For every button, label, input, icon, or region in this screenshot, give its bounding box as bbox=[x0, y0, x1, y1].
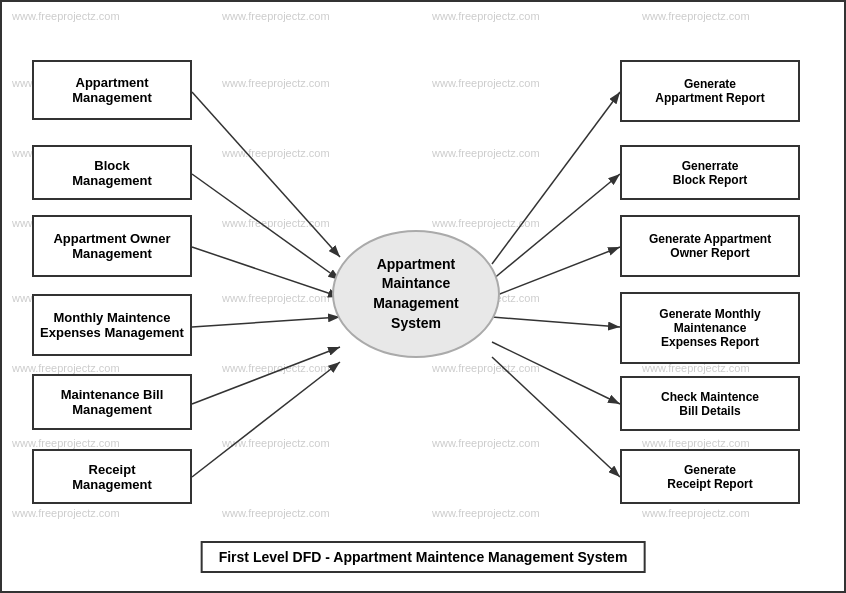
watermark: www.freeprojectz.com bbox=[432, 217, 540, 229]
box-generate-appartment-owner-report: Generate AppartmentOwner Report bbox=[620, 215, 800, 277]
box-maintenance-bill: Maintenance BillManagement bbox=[32, 374, 192, 430]
box-generrate-block-report: GenerrateBlock Report bbox=[620, 145, 800, 200]
svg-line-3 bbox=[192, 247, 340, 297]
watermark: www.freeprojectz.com bbox=[222, 437, 330, 449]
svg-line-8 bbox=[492, 174, 620, 280]
watermark: www.freeprojectz.com bbox=[222, 10, 330, 22]
watermark: www.freeprojectz.com bbox=[642, 507, 750, 519]
watermark: www.freeprojectz.com bbox=[12, 507, 120, 519]
center-ellipse: AppartmentMaintanceManagementSystem bbox=[332, 230, 500, 358]
watermark: www.freeprojectz.com bbox=[642, 437, 750, 449]
watermark: www.freeprojectz.com bbox=[432, 437, 540, 449]
box-receipt-management: ReceiptManagement bbox=[32, 449, 192, 504]
box-block-management: BlockManagement bbox=[32, 145, 192, 200]
watermark: www.freeprojectz.com bbox=[222, 147, 330, 159]
box-monthly-maintence: Monthly MaintenceExpenses Management bbox=[32, 294, 192, 356]
svg-line-5 bbox=[192, 347, 340, 404]
svg-line-2 bbox=[192, 174, 340, 280]
watermark: www.freeprojectz.com bbox=[432, 507, 540, 519]
svg-line-4 bbox=[192, 317, 340, 327]
watermark: www.freeprojectz.com bbox=[12, 10, 120, 22]
footer-label: First Level DFD - Appartment Maintence M… bbox=[201, 541, 646, 573]
main-container: www.freeprojectz.com www.freeprojectz.co… bbox=[0, 0, 846, 593]
watermark: www.freeprojectz.com bbox=[432, 77, 540, 89]
watermark: www.freeprojectz.com bbox=[222, 507, 330, 519]
svg-line-11 bbox=[492, 342, 620, 404]
box-appartment-owner-management: Appartment OwnerManagement bbox=[32, 215, 192, 277]
box-generate-appartment-report: GenerateAppartment Report bbox=[620, 60, 800, 122]
svg-line-7 bbox=[492, 92, 620, 264]
watermark: www.freeprojectz.com bbox=[12, 437, 120, 449]
svg-line-1 bbox=[192, 92, 340, 257]
watermark: www.freeprojectz.com bbox=[222, 217, 330, 229]
watermark: www.freeprojectz.com bbox=[642, 10, 750, 22]
watermark: www.freeprojectz.com bbox=[432, 362, 540, 374]
watermark: www.freeprojectz.com bbox=[222, 292, 330, 304]
box-check-maintence-bill-details: Check MaintenceBill Details bbox=[620, 376, 800, 431]
box-appartment-management: Appartment Management bbox=[32, 60, 192, 120]
watermark: www.freeprojectz.com bbox=[432, 147, 540, 159]
watermark: www.freeprojectz.com bbox=[222, 362, 330, 374]
svg-line-9 bbox=[492, 247, 620, 297]
watermark: www.freeprojectz.com bbox=[12, 362, 120, 374]
watermark: www.freeprojectz.com bbox=[222, 77, 330, 89]
box-generate-monthly-maintenance-expenses-report: Generate MonthlyMaintenanceExpenses Repo… bbox=[620, 292, 800, 364]
box-generate-receipt-report: GenerateReceipt Report bbox=[620, 449, 800, 504]
watermark: www.freeprojectz.com bbox=[432, 10, 540, 22]
svg-line-6 bbox=[192, 362, 340, 477]
svg-line-10 bbox=[492, 317, 620, 327]
svg-line-12 bbox=[492, 357, 620, 477]
